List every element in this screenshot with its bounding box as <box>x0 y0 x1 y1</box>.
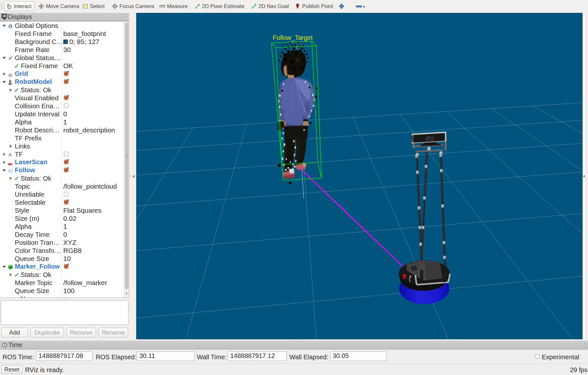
svg-text:Follow_Target: Follow_Target <box>273 34 313 41</box>
